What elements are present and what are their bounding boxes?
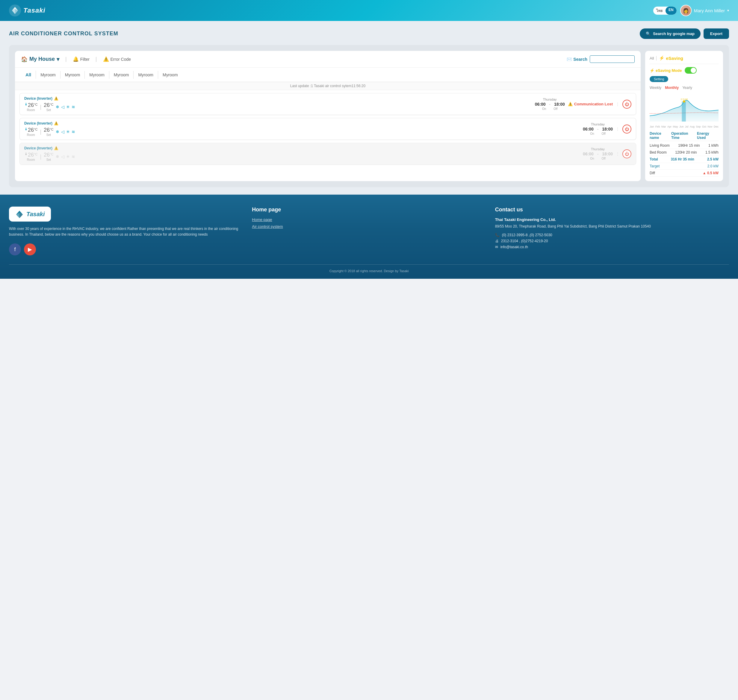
period-weekly[interactable]: Weekly — [650, 85, 661, 90]
search-input[interactable] — [590, 55, 635, 63]
schedule-3: Thursday 06:00 - 18:00 On Off — [583, 147, 613, 160]
device-warning-icon-2: ⚠️ — [54, 121, 58, 125]
facebook-button[interactable]: f — [9, 243, 21, 255]
energy-row-total: Total 316 Hr 35 min 2.5 kW — [650, 156, 719, 163]
error-code-button[interactable]: ⚠️ Error Code — [103, 56, 131, 62]
tab-myroom-4[interactable]: Myroom — [109, 71, 134, 79]
logo-area: Tasaki — [9, 4, 46, 16]
device-menu-3: ⋮ — [616, 152, 619, 156]
energy-table-header: Device name Operation Time Energy Used — [650, 131, 719, 141]
on-label-1: On — [542, 107, 546, 110]
schedule-day-1: Thursday — [543, 98, 557, 101]
energy-table: Device name Operation Time Energy Used L… — [650, 131, 719, 176]
device-icons-3: ❄ ◁ ✳ ≋ — [56, 154, 75, 159]
tab-myroom-6[interactable]: Myroom — [158, 71, 183, 79]
device-temps-2: 🌡 26 °C Room | 26 °C — [24, 127, 580, 137]
month-jul: Jul — [685, 125, 689, 128]
user-area[interactable]: 👩 Mary Ann Miller ▾ — [680, 5, 729, 16]
month-jun: Jun — [679, 125, 684, 128]
lang-toggle[interactable]: ไทย EN — [653, 7, 677, 15]
footer-link-aircontrol[interactable]: Air control system — [252, 224, 486, 229]
contact-fax: 🖨 2312-3104 , (0)2752-4219-20 — [495, 239, 729, 243]
tab-myroom-1[interactable]: Myroom — [36, 71, 60, 79]
search-area: ✉️ Search — [567, 55, 635, 63]
row-time-2: 120Hr 20 min — [675, 150, 697, 154]
power-button-1[interactable]: ⏻ — [622, 100, 631, 109]
mode-icon-1: ◁ — [61, 104, 65, 109]
energy-chart: 2.5 kW — [650, 92, 719, 122]
device-warning-icon-3: ⚠️ — [54, 146, 58, 150]
esaving-toggle[interactable] — [685, 67, 697, 74]
power-button-2[interactable]: ⏻ — [622, 125, 631, 134]
page-title: AIR CONDITIONER CONTROL SYSTEM — [9, 31, 118, 37]
export-button[interactable]: Export — [704, 28, 729, 39]
youtube-button[interactable]: ▶ — [24, 243, 36, 255]
mode-icon-2: ◁ — [61, 129, 65, 134]
device-type-2: Device (Inverter) ⚠️ — [24, 121, 580, 125]
lang-en[interactable]: EN — [666, 7, 677, 15]
room-temp-3: 🌡 26 °C Room — [24, 152, 37, 161]
footer-link-home[interactable]: Home page — [252, 218, 486, 222]
room-label-2: Room — [27, 133, 35, 137]
comm-lost-icon: ⚠️ — [568, 102, 573, 106]
period-yearly[interactable]: Yearly — [682, 85, 692, 90]
house-selector[interactable]: 🏠 My House ▾ — [21, 56, 59, 63]
device-menu-1: ⋮ — [616, 102, 619, 106]
esaving-mode-label: ⚡ eSaving Mode — [650, 68, 682, 73]
footer-contact-title: Contact us — [495, 207, 729, 213]
device-temps-3: 🌡 26 °C Room | 26 °C — [24, 152, 580, 161]
esaving-title: ⚡ eSaving — [659, 55, 683, 61]
month-feb: Feb — [656, 125, 660, 128]
search-envelope-icon: ✉️ — [567, 57, 572, 62]
snowflake-icon-2: ❄ — [56, 129, 59, 134]
setting-button[interactable]: Setting — [650, 76, 668, 82]
col-energy: Energy Used — [697, 131, 719, 140]
diff-energy: ▲ 0.5 kW — [703, 171, 719, 175]
filter-button[interactable]: 🔔 Filter — [73, 56, 90, 62]
footer-contact: Contact us Thai Tazaki Engineering Co., … — [495, 207, 729, 255]
period-monthly[interactable]: Monthly — [665, 85, 679, 90]
right-panel: All ⚡ eSaving ⚡ eSaving Mode Setting Wee… — [645, 51, 723, 181]
row-name-2: Bed Room — [650, 150, 667, 154]
month-apr: Apr — [667, 125, 672, 128]
footer-logo-icon — [15, 210, 24, 219]
thermometer-icon-2: 🌡 — [24, 127, 28, 131]
off-label-1: Off — [554, 107, 557, 110]
left-panel: 🏠 My House ▾ | 🔔 Filter | ⚠️ Error Code … — [15, 51, 641, 181]
footer-logo-area: Tasaki With over 30 years of experience … — [9, 207, 243, 255]
esaving-all[interactable]: All — [650, 56, 657, 60]
main-card: 🏠 My House ▾ | 🔔 Filter | ⚠️ Error Code … — [9, 45, 729, 187]
snowflake-icon-3: ❄ — [56, 154, 59, 159]
lightning-icon: ⚡ — [659, 55, 664, 61]
page-title-bar: AIR CONDITIONER CONTROL SYSTEM 🔍 Search … — [9, 28, 729, 39]
thermometer-icon-1: 🌡 — [24, 102, 28, 106]
comm-lost-status: ⚠️ Communication Lost — [568, 102, 613, 106]
set-label-2: Set — [46, 133, 51, 137]
tab-myroom-2[interactable]: Myroom — [60, 71, 85, 79]
footer-content: Tasaki With over 30 years of experience … — [9, 207, 729, 255]
row-name-1: Living Room — [650, 143, 670, 148]
wind-icon-1: ≋ — [72, 104, 75, 109]
power-button-3[interactable]: ⏻ — [622, 149, 631, 158]
svg-point-2 — [683, 100, 685, 103]
divider-1: | — [65, 56, 67, 62]
lang-thai[interactable]: ไทย — [653, 7, 666, 15]
wind-icon-3: ≋ — [72, 154, 75, 159]
set-label-1: Set — [46, 108, 51, 112]
tab-myroom-5[interactable]: Myroom — [134, 71, 158, 79]
device-icons-1: ❄ ◁ ✳ ≋ — [56, 104, 75, 109]
device-type-1: Device (Inverter) ⚠️ — [24, 96, 532, 101]
month-mar: Mar — [661, 125, 666, 128]
contact-address: 89/55 Moo 20, Thepharak Road, Bang Phli … — [495, 224, 729, 229]
mode-lightning-icon: ⚡ — [650, 68, 654, 73]
error-icon: ⚠️ — [103, 56, 109, 62]
tabs-bar: All Myroom Myroom Myroom Myroom Myroom M… — [15, 68, 641, 82]
search-by-map-button[interactable]: 🔍 Search by google map — [640, 28, 701, 39]
diff-label: Diff — [650, 171, 655, 175]
device-temps-1: 🌡 26 °C Room | 26 °C — [24, 102, 532, 112]
on-label-2: On — [590, 132, 594, 135]
tab-all[interactable]: All — [21, 71, 36, 79]
tab-myroom-3[interactable]: Myroom — [85, 71, 109, 79]
footer-nav: Home page Home page Air control system — [252, 207, 486, 255]
fax-icon: 🖨 — [495, 239, 499, 243]
